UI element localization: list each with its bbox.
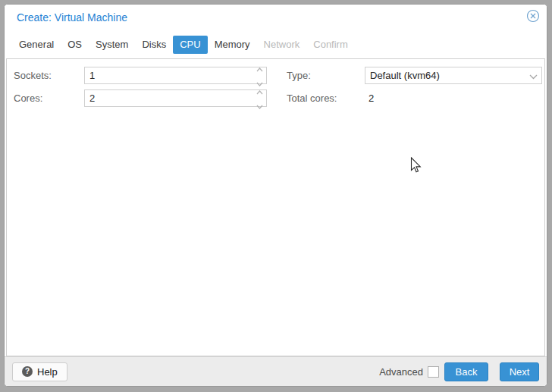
back-button-label: Back bbox=[456, 366, 478, 378]
wizard-tabbar: General OS System Disks CPU Memory Netwo… bbox=[5, 31, 547, 58]
cores-spinner[interactable]: 2 bbox=[84, 89, 267, 107]
tab-os[interactable]: OS bbox=[61, 36, 89, 54]
cores-spin-buttons[interactable] bbox=[252, 90, 266, 106]
tab-general[interactable]: General bbox=[12, 36, 61, 54]
cpu-type-value[interactable]: Default (kvm64) bbox=[365, 67, 525, 83]
cores-value[interactable]: 2 bbox=[85, 90, 252, 106]
next-button[interactable]: Next bbox=[500, 362, 539, 381]
sockets-label: Sockets: bbox=[14, 67, 52, 84]
create-vm-dialog: Create: Virtual Machine General OS Syste… bbox=[4, 4, 547, 387]
footer-actions: Advanced Back Next bbox=[379, 362, 539, 381]
next-button-label: Next bbox=[510, 366, 530, 378]
screen: { "window": { "title": "Create: Virtual … bbox=[0, 0, 552, 392]
sockets-spin-buttons[interactable] bbox=[252, 67, 266, 83]
cpu-form-panel: Sockets: 1 Cores: 2 bbox=[6, 58, 545, 356]
total-cores-value: 2 bbox=[369, 89, 374, 107]
sockets-value[interactable]: 1 bbox=[85, 67, 252, 83]
total-cores-label: Total cores: bbox=[287, 89, 337, 107]
cpu-type-label: Type: bbox=[287, 67, 311, 84]
tab-confirm: Confirm bbox=[306, 36, 355, 54]
chevron-down-icon bbox=[529, 69, 538, 83]
help-icon: ? bbox=[22, 366, 33, 377]
tab-memory[interactable]: Memory bbox=[208, 36, 257, 54]
dialog-title: Create: Virtual Machine bbox=[17, 11, 127, 24]
spinner-up-icon bbox=[256, 84, 263, 98]
tab-cpu[interactable]: CPU bbox=[173, 36, 207, 54]
titlebar: Create: Virtual Machine bbox=[5, 5, 547, 31]
cpu-type-combobox[interactable]: Default (kvm64) bbox=[365, 67, 542, 84]
help-button-label: Help bbox=[37, 366, 58, 378]
advanced-label: Advanced bbox=[379, 366, 423, 378]
cores-label: Cores: bbox=[14, 89, 42, 107]
close-button[interactable] bbox=[526, 11, 540, 24]
tab-disks[interactable]: Disks bbox=[135, 36, 173, 54]
back-button[interactable]: Back bbox=[444, 362, 488, 381]
tab-system[interactable]: System bbox=[89, 36, 135, 54]
advanced-checkbox[interactable] bbox=[428, 366, 439, 378]
close-icon bbox=[526, 9, 540, 26]
spinner-down-icon bbox=[256, 99, 263, 112]
spinner-up-icon bbox=[256, 61, 263, 75]
help-button[interactable]: ? Help bbox=[12, 362, 67, 381]
sockets-spinner[interactable]: 1 bbox=[84, 67, 267, 84]
tab-network: Network bbox=[257, 36, 307, 54]
dialog-footer: ? Help Advanced Back Next bbox=[5, 356, 547, 386]
cpu-type-dropdown-trigger[interactable] bbox=[525, 67, 541, 83]
